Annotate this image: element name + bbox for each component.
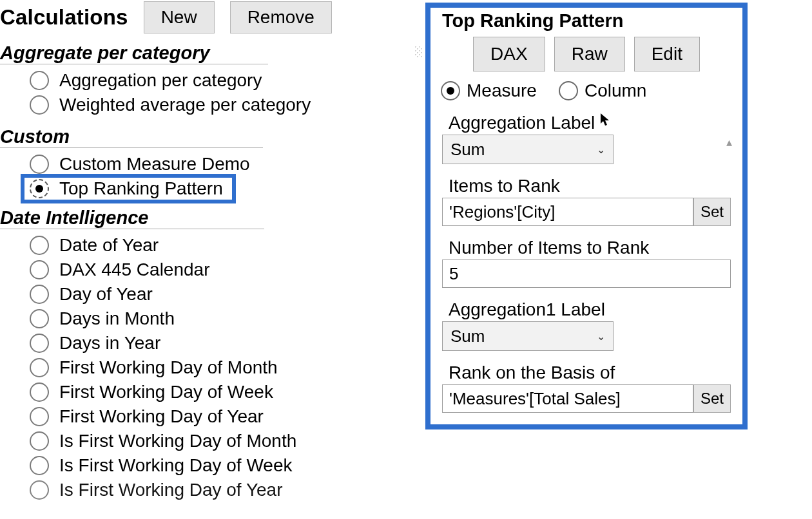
option-label: Day of Year <box>59 282 153 307</box>
group-aggregate-label: Aggregate per category <box>0 42 268 64</box>
group-aggregate: Aggregate per category <box>0 42 412 64</box>
calculations-header: Calculations New Remove <box>0 0 412 33</box>
option-dax-445-calendar[interactable]: DAX 445 Calendar <box>30 258 412 282</box>
rank-basis-input[interactable] <box>442 384 693 413</box>
scroll-up-icon[interactable]: ▴ <box>726 135 732 149</box>
radio-icon <box>30 309 49 328</box>
field-rank-basis: Rank on the Basis of Set <box>430 357 742 413</box>
option-label: First Working Day of Month <box>59 355 278 380</box>
radio-icon <box>30 407 49 426</box>
option-first-working-day-of-year[interactable]: First Working Day of Year <box>30 404 412 429</box>
radio-icon <box>30 236 49 255</box>
rank-basis-label: Rank on the Basis of <box>442 357 731 384</box>
aggregation1-value: Sum <box>450 326 485 346</box>
items-to-rank-set-button[interactable]: Set <box>693 198 731 226</box>
rank-basis-set-button[interactable]: Set <box>693 384 731 413</box>
option-weighted-avg-per-category[interactable]: Weighted average per category <box>30 93 412 117</box>
option-is-first-working-day-of-year[interactable]: Is First Working Day of Year <box>30 478 412 502</box>
group-aggregate-options: Aggregation per category Weighted averag… <box>0 68 412 117</box>
group-date-options: Date of Year DAX 445 Calendar Day of Yea… <box>0 233 412 502</box>
dax-button[interactable]: DAX <box>473 37 545 71</box>
option-label: First Working Day of Year <box>59 404 264 429</box>
pane-splitter[interactable] <box>415 46 423 58</box>
calculations-title: Calculations <box>0 5 128 30</box>
option-aggregation-per-category[interactable]: Aggregation per category <box>30 68 412 93</box>
radio-icon <box>30 456 49 475</box>
group-custom: Custom <box>0 126 412 148</box>
option-top-ranking-pattern[interactable]: Top Ranking Pattern <box>30 176 231 201</box>
radio-icon <box>30 260 49 279</box>
radio-icon <box>30 285 49 304</box>
cursor-icon <box>600 113 610 131</box>
option-is-first-working-day-of-week[interactable]: Is First Working Day of Week <box>30 453 412 478</box>
aggregation1-combo[interactable]: Sum ⌄ <box>442 321 614 351</box>
radio-icon <box>30 71 49 90</box>
detail-pane: Top Ranking Pattern DAX Raw Edit Measure… <box>425 3 748 429</box>
items-to-rank-input[interactable] <box>442 198 693 226</box>
edit-button[interactable]: Edit <box>634 37 700 71</box>
detail-title: Top Ranking Pattern <box>430 8 742 33</box>
radio-measure[interactable] <box>441 81 460 100</box>
mode-column-label: Column <box>585 80 646 101</box>
radio-icon <box>30 334 49 353</box>
radio-column[interactable] <box>559 81 578 100</box>
radio-icon <box>30 95 49 115</box>
option-label: Date of Year <box>59 233 159 258</box>
chevron-down-icon: ⌄ <box>597 144 605 156</box>
radio-icon <box>30 155 49 174</box>
radio-icon <box>30 179 49 198</box>
option-days-in-year[interactable]: Days in Year <box>30 331 412 355</box>
group-custom-label: Custom <box>0 126 263 148</box>
detail-buttons: DAX Raw Edit <box>430 37 742 71</box>
option-label: Weighted average per category <box>59 93 311 117</box>
field-aggregation1: Aggregation1 Label Sum ⌄ <box>430 294 742 351</box>
mode-row: Measure Column <box>430 71 742 101</box>
aggregation-label-text: Aggregation Label <box>449 113 595 133</box>
new-button[interactable]: New <box>144 1 215 33</box>
option-label: First Working Day of Week <box>59 380 273 404</box>
option-date-of-year[interactable]: Date of Year <box>30 233 412 258</box>
option-label: Is First Working Day of Year <box>59 478 283 502</box>
mode-measure-label: Measure <box>467 80 537 101</box>
option-label: Aggregation per category <box>59 68 262 93</box>
option-first-working-day-of-week[interactable]: First Working Day of Week <box>30 380 412 404</box>
group-date-label: Date Intelligence <box>0 207 264 229</box>
option-label: Days in Month <box>59 307 175 331</box>
aggregation1-label: Aggregation1 Label <box>442 294 731 321</box>
option-label: Is First Working Day of Month <box>59 429 296 453</box>
aggregation-value: Sum <box>450 140 485 160</box>
radio-icon <box>30 382 49 402</box>
field-aggregation: Aggregation Label Sum ⌄ <box>430 108 742 164</box>
option-label: Days in Year <box>59 331 160 355</box>
calculations-pane: Calculations New Remove Aggregate per ca… <box>0 0 412 502</box>
option-label: DAX 445 Calendar <box>59 258 209 282</box>
aggregation-label: Aggregation Label <box>442 108 731 135</box>
chevron-down-icon: ⌄ <box>597 330 605 343</box>
option-is-first-working-day-of-month[interactable]: Is First Working Day of Month <box>30 429 412 453</box>
field-number-of-items: Number of Items to Rank <box>430 232 742 288</box>
option-custom-measure-demo[interactable]: Custom Measure Demo <box>30 152 412 176</box>
option-label: Is First Working Day of Week <box>59 453 293 478</box>
items-to-rank-label: Items to Rank <box>442 171 731 198</box>
raw-button[interactable]: Raw <box>554 37 625 71</box>
option-label: Top Ranking Pattern <box>59 176 223 201</box>
option-day-of-year[interactable]: Day of Year <box>30 282 412 307</box>
group-date: Date Intelligence <box>0 207 412 229</box>
radio-icon <box>30 358 49 377</box>
option-first-working-day-of-month[interactable]: First Working Day of Month <box>30 355 412 380</box>
radio-icon <box>30 431 49 451</box>
radio-icon <box>30 480 49 500</box>
group-custom-options: Custom Measure Demo Top Ranking Pattern <box>0 152 412 201</box>
number-of-items-input[interactable] <box>442 260 731 288</box>
option-days-in-month[interactable]: Days in Month <box>30 307 412 331</box>
aggregation-combo[interactable]: Sum ⌄ <box>442 135 614 164</box>
option-label: Custom Measure Demo <box>59 152 250 176</box>
field-items-to-rank: Items to Rank Set <box>430 171 742 226</box>
number-of-items-label: Number of Items to Rank <box>442 232 731 260</box>
remove-button[interactable]: Remove <box>230 1 332 33</box>
